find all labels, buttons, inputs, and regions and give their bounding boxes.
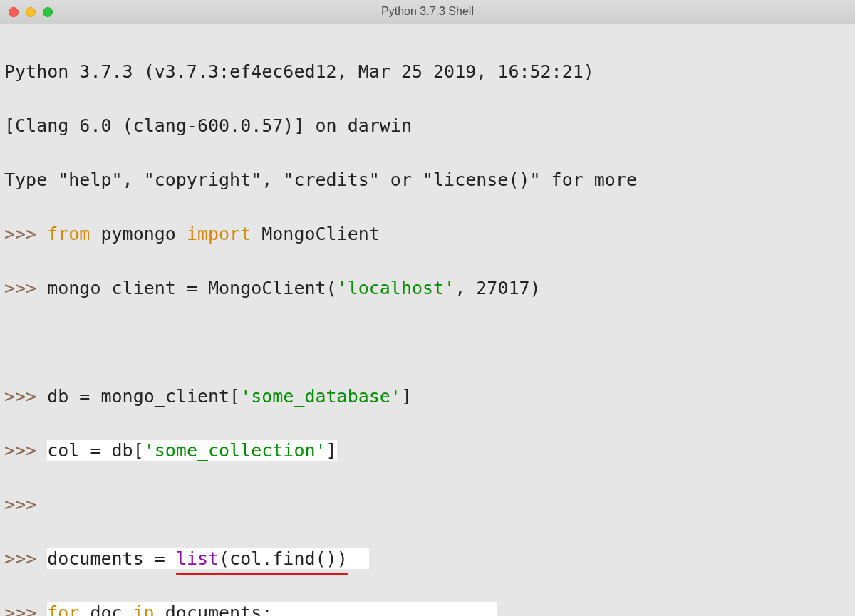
banner-line: Type "help", "copyright", "credits" or "…: [4, 167, 851, 194]
code-text: , 27017): [455, 278, 540, 298]
code-text: ]: [401, 386, 412, 407]
minimize-icon[interactable]: [26, 7, 36, 17]
window-title: Python 3.7.3 Shell: [0, 3, 855, 20]
close-icon[interactable]: [9, 7, 19, 17]
string-literal: 'some_database': [240, 386, 401, 407]
prompt: >>>: [4, 440, 47, 461]
blank-line: [4, 329, 851, 356]
window-titlebar: Python 3.7.3 Shell: [0, 0, 855, 24]
highlighted-code: col = db['some_collection']: [47, 440, 336, 461]
code-line: >>> for doc in documents:: [4, 600, 851, 616]
code-text: ]: [326, 440, 337, 461]
window-controls: [0, 7, 53, 17]
string-literal: 'some_collection': [144, 440, 326, 461]
highlighted-code: for doc in documents:: [47, 602, 497, 616]
prompt: >>>: [4, 602, 47, 616]
code-text: MongoClient: [251, 224, 380, 244]
prompt: >>>: [4, 224, 47, 244]
builtin-list: list: [176, 545, 219, 573]
prompt: >>>: [4, 494, 47, 515]
code-line: >>> mongo_client = MongoClient('localhos…: [4, 275, 851, 302]
keyword-import: import: [187, 224, 251, 244]
banner-line: Python 3.7.3 (v3.7.3:ef4ec6ed12, Mar 25 …: [4, 58, 851, 85]
code-text: mongo_client = MongoClient(: [47, 278, 336, 298]
prompt: >>>: [4, 548, 47, 569]
code-text: documents =: [47, 548, 176, 569]
prompt: >>>: [4, 386, 47, 407]
banner-line: [Clang 6.0 (clang-600.0.57)] on darwin: [4, 113, 851, 140]
code-line: >>> documents = list(col.find()): [4, 545, 851, 573]
string-literal: 'localhost': [337, 278, 455, 298]
code-text: db = mongo_client[: [47, 386, 240, 407]
keyword-from: from: [47, 224, 90, 244]
maximize-icon[interactable]: [43, 7, 53, 17]
code-text: doc: [79, 602, 133, 616]
code-text: documents:: [155, 602, 273, 616]
keyword-in: in: [133, 602, 155, 616]
code-line: >>> from pymongo import MongoClient: [4, 221, 851, 248]
call-args: (col.find()): [219, 545, 348, 573]
code-text: col = db[: [47, 440, 143, 461]
code-text: pymongo: [90, 224, 186, 244]
prompt: >>>: [4, 278, 47, 298]
highlighted-code: documents = list(col.find()): [47, 548, 369, 569]
keyword-for: for: [47, 602, 79, 616]
shell-content[interactable]: Python 3.7.3 (v3.7.3:ef4ec6ed12, Mar 25 …: [0, 24, 855, 616]
code-line: >>> db = mongo_client['some_database']: [4, 383, 851, 410]
code-line: >>>: [4, 491, 851, 518]
code-line: >>> col = db['some_collection']: [4, 437, 851, 464]
